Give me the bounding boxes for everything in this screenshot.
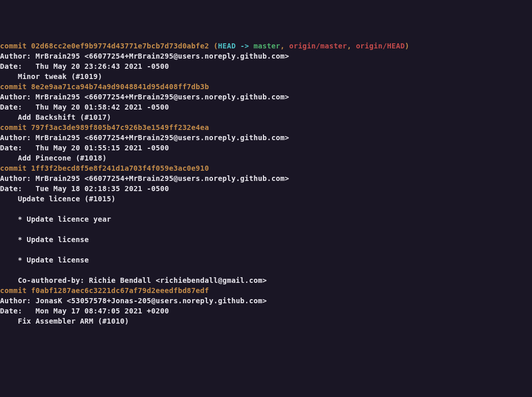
author-line: Author: MrBrain295 <66077254+MrBrain295@… xyxy=(0,133,532,143)
message-line: * Update license xyxy=(0,234,532,245)
commit-message-text xyxy=(0,225,5,233)
message-line xyxy=(0,224,532,234)
commit-keyword: commit xyxy=(0,123,31,131)
commit-line: commit 02d68cc2e0ef9b9774d43771e7bcb7d73… xyxy=(0,41,532,51)
date-line: Date: Thu May 20 23:26:43 2021 -0500 xyxy=(0,61,532,71)
author-line: Author: MrBrain295 <66077254+MrBrain295@… xyxy=(0,51,532,61)
author-label: Author: xyxy=(0,297,36,305)
commit-message-text xyxy=(0,205,5,213)
commit-line: commit 797f3ac3de989f805b47c926b3e1549ff… xyxy=(0,122,532,133)
commit-message-text: Co-authored-by: Richie Bendall <richiebe… xyxy=(0,276,267,284)
message-line xyxy=(0,245,532,255)
commit-message-text xyxy=(0,246,5,254)
author-value: MrBrain295 <66077254+MrBrain295@users.no… xyxy=(36,134,289,142)
refs-open-paren: ( xyxy=(209,42,218,50)
local-branch: master xyxy=(254,42,280,50)
commit-line: commit 1ff3f2becd8f5e8f241d1a703f4f059e3… xyxy=(0,163,532,173)
refs-comma: , xyxy=(347,42,356,50)
author-value: MrBrain295 <66077254+MrBrain295@users.no… xyxy=(36,52,289,60)
remote-branch: origin/master xyxy=(289,42,347,50)
date-line: Date: Tue May 18 02:18:35 2021 -0500 xyxy=(0,183,532,194)
git-log-output[interactable]: commit 02d68cc2e0ef9b9774d43771e7bcb7d73… xyxy=(0,41,532,326)
author-value: MrBrain295 <66077254+MrBrain295@users.no… xyxy=(36,93,289,101)
message-line xyxy=(0,265,532,275)
author-value: MrBrain295 <66077254+MrBrain295@users.no… xyxy=(36,174,289,182)
date-label: Date: xyxy=(0,307,36,315)
refs-comma: , xyxy=(280,42,289,50)
author-line: Author: JonasK <53057578+Jonas-205@users… xyxy=(0,296,532,306)
commit-hash[interactable]: 02d68cc2e0ef9b9774d43771e7bcb7d73d0abfe2 xyxy=(31,42,209,50)
date-line: Date: Thu May 20 01:58:42 2021 -0500 xyxy=(0,102,532,112)
date-value: Thu May 20 23:26:43 2021 -0500 xyxy=(36,62,169,70)
date-value: Thu May 20 01:58:42 2021 -0500 xyxy=(36,103,169,111)
message-line: * Update license xyxy=(0,255,532,265)
commit-message-text: * Update license xyxy=(0,235,89,244)
message-line: Fix Assembler ARM (#1010) xyxy=(0,316,532,326)
date-label: Date: xyxy=(0,62,36,70)
author-label: Author: xyxy=(0,52,36,60)
message-line: Update licence (#1015) xyxy=(0,194,532,204)
remote-branch: origin/HEAD xyxy=(356,42,405,50)
message-line: Add Backshift (#1017) xyxy=(0,112,532,122)
refs-close-paren: ) xyxy=(405,42,409,50)
date-label: Date: xyxy=(0,184,36,193)
message-line: Minor tweak (#1019) xyxy=(0,71,532,82)
date-line: Date: Mon May 17 08:47:05 2021 +0200 xyxy=(0,306,532,316)
date-label: Date: xyxy=(0,103,36,111)
date-value: Mon May 17 08:47:05 2021 +0200 xyxy=(36,307,169,315)
commit-message-text: * Update licence year xyxy=(0,215,111,223)
commit-keyword: commit xyxy=(0,164,31,172)
author-line: Author: MrBrain295 <66077254+MrBrain295@… xyxy=(0,173,532,183)
date-line: Date: Thu May 20 01:55:15 2021 -0500 xyxy=(0,143,532,153)
commit-hash[interactable]: 1ff3f2becd8f5e8f241d1a703f4f059e3ac0e910 xyxy=(31,164,209,172)
commit-message-text: Add Pinecone (#1018) xyxy=(0,154,107,162)
commit-line: commit 8e2e9aa71ca94b74a9d9048841d95d408… xyxy=(0,82,532,92)
commit-message-text: Fix Assembler ARM (#1010) xyxy=(0,317,129,325)
commit-message-text xyxy=(0,266,5,274)
commit-message-text: Update licence (#1015) xyxy=(0,195,116,203)
commit-keyword: commit xyxy=(0,42,31,50)
date-value: Thu May 20 01:55:15 2021 -0500 xyxy=(36,144,169,152)
author-value: JonasK <53057578+Jonas-205@users.noreply… xyxy=(36,297,267,305)
commit-hash[interactable]: 8e2e9aa71ca94b74a9d9048841d95d408ff7db3b xyxy=(31,83,209,91)
message-line xyxy=(0,204,532,214)
commit-hash[interactable]: f0abf1287aec6c3221dc67af79d2eeedfbd87edf xyxy=(31,286,209,295)
commit-message-text: * Update license xyxy=(0,256,89,264)
date-value: Tue May 18 02:18:35 2021 -0500 xyxy=(36,184,169,193)
author-line: Author: MrBrain295 <66077254+MrBrain295@… xyxy=(0,92,532,102)
commit-keyword: commit xyxy=(0,83,31,91)
commit-message-text: Add Backshift (#1017) xyxy=(0,113,111,121)
author-label: Author: xyxy=(0,134,36,142)
commit-hash[interactable]: 797f3ac3de989f805b47c926b3e1549ff232e4ea xyxy=(31,123,209,131)
author-label: Author: xyxy=(0,174,36,182)
commit-keyword: commit xyxy=(0,286,31,295)
commit-message-text: Minor tweak (#1019) xyxy=(0,72,102,81)
commit-line: commit f0abf1287aec6c3221dc67af79d2eeedf… xyxy=(0,285,532,296)
author-label: Author: xyxy=(0,93,36,101)
message-line: Add Pinecone (#1018) xyxy=(0,153,532,163)
message-line: Co-authored-by: Richie Bendall <richiebe… xyxy=(0,275,532,285)
head-pointer: HEAD -> xyxy=(218,42,254,50)
date-label: Date: xyxy=(0,144,36,152)
message-line: * Update licence year xyxy=(0,214,532,224)
